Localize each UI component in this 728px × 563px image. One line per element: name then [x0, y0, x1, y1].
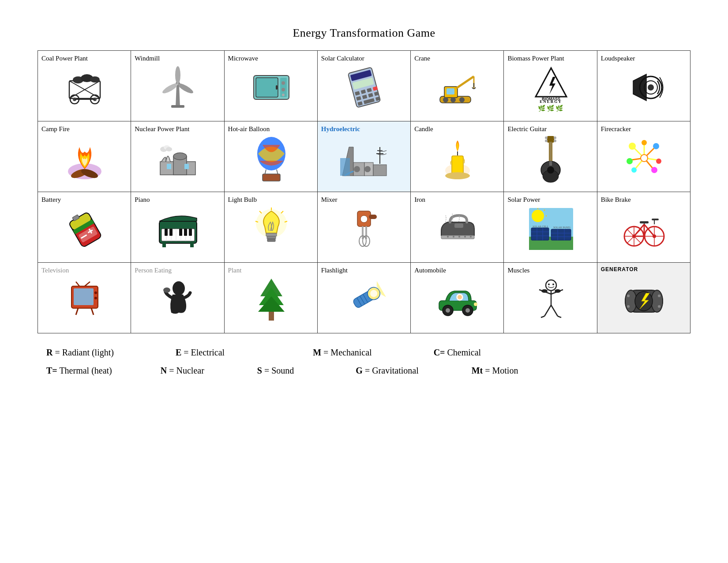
cell-image	[414, 204, 501, 253]
legend-section: R = Radiant (light) E = Electrical M = M…	[38, 348, 690, 384]
svg-point-238	[627, 305, 630, 308]
cell-image	[321, 134, 408, 182]
svg-rect-130	[189, 229, 192, 236]
svg-rect-60	[167, 164, 171, 169]
cell-label: Solar Power	[507, 196, 594, 204]
svg-line-195	[85, 282, 90, 286]
cell-label: Candle	[414, 125, 501, 133]
svg-rect-127	[169, 229, 173, 236]
cell-label: Light Bulb	[228, 196, 315, 204]
svg-point-197	[94, 297, 97, 299]
cell-biomass-power-plant: Biomass Power Plant	[504, 51, 597, 121]
svg-line-138	[259, 211, 262, 213]
svg-rect-40	[447, 88, 454, 94]
cell-hot-air-balloon: Hot-air Balloon	[224, 121, 317, 192]
legend-radiant: R = Radiant (light)	[46, 348, 114, 358]
cell-label: Crane	[414, 54, 501, 62]
svg-point-75	[364, 166, 371, 172]
svg-point-221	[548, 283, 550, 285]
cell-label: Hydroelectric	[321, 125, 408, 133]
svg-point-44	[443, 97, 448, 102]
cell-bike-brake: Bike Brake	[597, 192, 690, 263]
svg-rect-84	[547, 136, 554, 143]
svg-point-220	[546, 280, 556, 291]
svg-point-46	[459, 97, 465, 102]
svg-rect-155	[454, 223, 463, 228]
cell-image	[601, 273, 687, 322]
svg-point-201	[163, 287, 170, 293]
energy-grid: Coal Power Plant	[38, 50, 690, 333]
cell-image	[507, 275, 594, 324]
cell-label: GENERATOR	[601, 266, 687, 272]
svg-rect-61	[184, 164, 189, 169]
svg-rect-73	[373, 165, 387, 176]
cell-label: Bike Brake	[601, 196, 687, 204]
svg-point-87	[554, 136, 556, 139]
cell-muscles: Muscles	[504, 263, 597, 333]
cell-label: Windmill	[135, 54, 221, 62]
svg-line-194	[76, 282, 79, 286]
cell-solar-calculator: Solar Calculator	[317, 51, 410, 121]
cell-image	[601, 134, 687, 182]
svg-point-64	[166, 147, 172, 151]
svg-point-108	[631, 167, 637, 173]
svg-point-154	[470, 236, 472, 238]
page-title: Energy Transformation Game	[293, 26, 435, 40]
svg-text:SOLAR CELL: SOLAR CELL	[533, 225, 549, 228]
legend-mechanical: M = Mechanical	[313, 348, 372, 358]
svg-rect-129	[184, 229, 187, 236]
cell-image: BIOMASS ENERGY 🌿🌿🌿	[507, 63, 594, 112]
cell-microwave: Microwave	[224, 51, 317, 121]
svg-point-53	[648, 84, 654, 91]
svg-point-102	[629, 143, 636, 150]
cell-label: Person Eating	[135, 266, 221, 274]
cell-label: Nuclear Power Plant	[135, 125, 221, 133]
svg-line-230	[541, 316, 544, 317]
cell-label: Electric Guitar	[507, 125, 594, 133]
cell-label: Piano	[135, 196, 221, 204]
cell-piano: Piano	[131, 192, 224, 263]
svg-rect-132	[190, 242, 194, 247]
svg-point-91	[547, 166, 554, 174]
svg-line-229	[551, 305, 558, 316]
cell-image	[321, 63, 408, 112]
cell-label: Coal Power Plant	[41, 54, 128, 62]
svg-rect-162	[531, 228, 549, 240]
cell-image	[41, 275, 128, 324]
legend-electrical: E = Electrical	[176, 348, 225, 358]
cell-windmill: Windmill	[131, 51, 224, 121]
svg-text:SOLAR PANEL: SOLAR PANEL	[553, 226, 571, 229]
cell-label: Microwave	[228, 54, 315, 62]
legend-sound: S = Sound	[257, 366, 294, 376]
cell-image	[135, 134, 221, 182]
svg-rect-167	[551, 229, 571, 240]
cell-light-bulb: Light Bulb	[224, 192, 317, 263]
svg-point-153	[464, 236, 466, 238]
legend-thermal: T= Thermal (heat)	[46, 366, 112, 376]
svg-point-214	[446, 308, 450, 313]
svg-rect-128	[179, 229, 182, 236]
svg-rect-135	[267, 236, 276, 239]
cell-label: Mixer	[321, 196, 408, 204]
svg-point-106	[642, 140, 647, 145]
svg-point-22	[281, 88, 285, 91]
svg-point-150	[447, 236, 449, 238]
svg-point-239	[658, 295, 660, 297]
svg-point-218	[458, 295, 462, 299]
svg-rect-143	[369, 215, 377, 219]
svg-point-109	[641, 155, 648, 162]
svg-point-23	[282, 94, 285, 96]
cell-iron: Iron	[411, 192, 504, 263]
svg-rect-68	[263, 174, 280, 181]
svg-rect-188	[640, 221, 649, 223]
cell-camp-fire: Camp Fire	[38, 121, 131, 192]
cell-image	[135, 204, 221, 253]
cell-image	[321, 204, 408, 253]
table-row: Camp Fire	[38, 121, 690, 192]
table-row: Television	[38, 263, 690, 333]
svg-point-88	[554, 140, 556, 142]
cell-label: Biomass Power Plant	[507, 54, 564, 62]
svg-line-228	[544, 305, 551, 316]
svg-point-59	[173, 153, 187, 160]
svg-point-225	[541, 289, 548, 293]
